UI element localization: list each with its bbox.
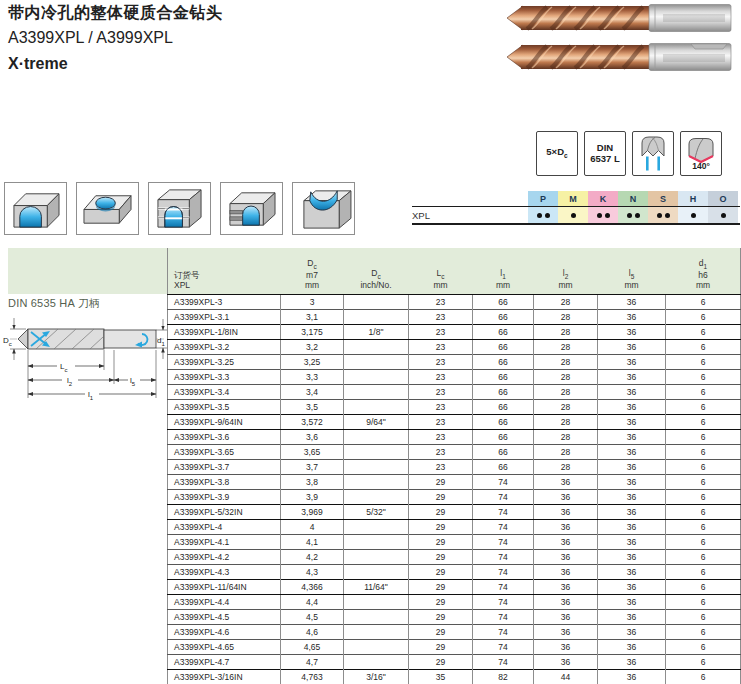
- dim-label-d1: d1: [157, 336, 165, 347]
- cell-l1: 74: [473, 639, 534, 654]
- cell-dc-mm: 3,7: [281, 459, 344, 474]
- cell-dc-mm: 4,1: [281, 534, 344, 549]
- cell-d1: 6: [666, 669, 741, 684]
- table-row: A3399XPL-3.653,65236628366: [168, 444, 741, 459]
- cell-d1: 6: [666, 504, 741, 519]
- suitability-dot: [571, 213, 576, 218]
- cell-order-no: A3399XPL-3.2: [168, 339, 281, 354]
- cell-l2: 28: [534, 354, 598, 369]
- table-row: A3399XPL-3.43,4236628366: [168, 384, 741, 399]
- cell-lc: 29: [409, 609, 473, 624]
- application-icon-cross-hole: [220, 182, 283, 235]
- cell-dc-mm: 4,7: [281, 654, 344, 669]
- drill-photo-2: [507, 44, 731, 71]
- cell-dc-inch: 11/64": [344, 579, 409, 594]
- cell-l5: 36: [598, 354, 666, 369]
- cell-l5: 36: [598, 399, 666, 414]
- suitability-dot: [721, 213, 726, 218]
- cell-l1: 74: [473, 519, 534, 534]
- cell-lc: 23: [409, 384, 473, 399]
- cell-l1: 66: [473, 384, 534, 399]
- cell-dc-inch: [344, 594, 409, 609]
- cell-order-no: A3399XPL-3.25: [168, 354, 281, 369]
- cell-l5: 36: [598, 474, 666, 489]
- cell-l2: 28: [534, 294, 598, 309]
- cell-dc-inch: [344, 444, 409, 459]
- cell-d1: 6: [666, 474, 741, 489]
- cell-l1: 66: [473, 339, 534, 354]
- table-row: A3399XPL-4.14,1297436366: [168, 534, 741, 549]
- cell-lc: 29: [409, 519, 473, 534]
- table-row: A3399XPL-3.93,9297436366: [168, 489, 741, 504]
- suitability-dot: [545, 213, 550, 218]
- cell-l1: 74: [473, 474, 534, 489]
- cell-l2: 28: [534, 414, 598, 429]
- material-column-O: O: [708, 191, 738, 206]
- table-row: A3399XPL-3.23,2236628366: [168, 339, 741, 354]
- cell-l5: 36: [598, 384, 666, 399]
- cell-l5: 36: [598, 564, 666, 579]
- cell-dc-mm: 3,175: [281, 324, 344, 339]
- cell-l1: 66: [473, 459, 534, 474]
- application-icon-through-hole: [4, 182, 67, 235]
- cell-order-no: A3399XPL-3.1: [168, 309, 281, 324]
- cell-d1: 6: [666, 534, 741, 549]
- cell-order-no: A3399XPL-3.6: [168, 429, 281, 444]
- technical-drawing: Dc d1 Lc l2 l5: [2, 312, 170, 417]
- cell-l5: 36: [598, 654, 666, 669]
- table-row: A3399XPL-4.74,7297436366: [168, 654, 741, 669]
- cell-lc: 23: [409, 294, 473, 309]
- cell-dc-inch: [344, 369, 409, 384]
- cell-l2: 28: [534, 324, 598, 339]
- header-row: 订货号XPL Dc m7mm Dc inch/No. Lc mm l1 mm: [168, 248, 741, 294]
- cell-order-no: A3399XPL-4: [168, 519, 281, 534]
- table-row: A3399XPL-4.44,4297436366: [168, 594, 741, 609]
- cell-dc-inch: [344, 429, 409, 444]
- cell-l5: 36: [598, 444, 666, 459]
- cell-d1: 6: [666, 384, 741, 399]
- material-column-S: S: [648, 191, 678, 206]
- cell-l2: 36: [534, 489, 598, 504]
- cell-dc-inch: [344, 609, 409, 624]
- cell-dc-mm: 4,763: [281, 669, 344, 684]
- suitability-dot: [627, 213, 632, 218]
- material-suitability-table: PMKNSHO XPL: [412, 191, 740, 225]
- cell-d1: 6: [666, 624, 741, 639]
- cell-dc-inch: [344, 564, 409, 579]
- cell-d1: 6: [666, 354, 741, 369]
- table-row: A3399XPL-3.33,3236628366: [168, 369, 741, 384]
- point-angle-label: 140°: [692, 162, 710, 172]
- cell-dc-mm: 4,3: [281, 564, 344, 579]
- din-line2: 6537 L: [590, 154, 620, 165]
- cell-d1: 6: [666, 294, 741, 309]
- cell-d1: 6: [666, 324, 741, 339]
- table-row: A3399XPL-3/16IN4,7633/16"358244366: [168, 669, 741, 684]
- coolant-badge: [632, 131, 674, 176]
- cell-l1: 74: [473, 579, 534, 594]
- cell-d1: 6: [666, 399, 741, 414]
- cell-l5: 36: [598, 624, 666, 639]
- cell-order-no: A3399XPL-3.4: [168, 384, 281, 399]
- cell-l2: 36: [534, 624, 598, 639]
- suitability-dot: [635, 213, 640, 218]
- cell-dc-mm: 3,4: [281, 384, 344, 399]
- col-header-dc-inch: Dc inch/No.: [344, 248, 409, 294]
- cell-l5: 36: [598, 579, 666, 594]
- point-angle-badge: 140°: [680, 131, 722, 176]
- cell-dc-mm: 3,969: [281, 504, 344, 519]
- cell-d1: 6: [666, 654, 741, 669]
- cell-d1: 6: [666, 369, 741, 384]
- cell-lc: 35: [409, 669, 473, 684]
- material-dots-H: [678, 207, 708, 223]
- dim-label-lc: Lc: [60, 362, 67, 373]
- model-numbers: A3399XPL / A3999XPL: [8, 30, 223, 46]
- application-icon-stacked-plates: [148, 182, 211, 235]
- material-dot-row: [528, 207, 738, 223]
- cell-lc: 29: [409, 504, 473, 519]
- cell-order-no: A3399XPL-4.3: [168, 564, 281, 579]
- cell-l1: 66: [473, 399, 534, 414]
- cell-dc-mm: 3,9: [281, 489, 344, 504]
- cell-dc-mm: 4,366: [281, 579, 344, 594]
- cell-l5: 36: [598, 549, 666, 564]
- cell-order-no: A3399XPL-3/16IN: [168, 669, 281, 684]
